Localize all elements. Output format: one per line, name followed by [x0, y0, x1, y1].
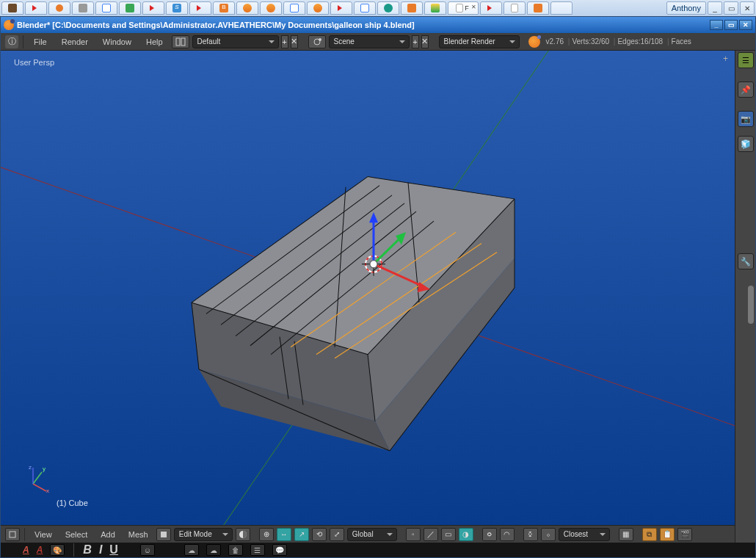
vp-menu-mesh[interactable]: Mesh: [123, 529, 153, 540]
screen-layout-dropdown[interactable]: Default: [192, 35, 279, 48]
os-minimize-button[interactable]: _: [708, 1, 722, 15]
os-tab[interactable]: [72, 1, 94, 15]
os-tab[interactable]: [142, 1, 164, 15]
italic-button[interactable]: I: [99, 543, 102, 557]
os-tab-active[interactable]: F ✕: [448, 1, 479, 15]
os-tab[interactable]: B: [213, 1, 235, 15]
emoji-icon[interactable]: ☺: [140, 544, 155, 556]
svg-text:y: y: [43, 465, 46, 472]
shading-icon[interactable]: [236, 528, 250, 541]
os-tab[interactable]: [1, 1, 23, 15]
format-a1[interactable]: A: [23, 545, 29, 555]
menu-render[interactable]: Render: [56, 36, 94, 48]
scene-browse-icon[interactable]: [308, 35, 326, 48]
screen-remove-button[interactable]: ✕: [291, 35, 298, 48]
trash-icon[interactable]: 🗑: [228, 544, 243, 556]
render-engine-dropdown[interactable]: Blender Render: [439, 35, 520, 48]
manipulator-toggle-icon[interactable]: ↔: [277, 528, 291, 541]
format-a2[interactable]: A: [37, 545, 43, 555]
prop-edit-icon[interactable]: ⭘: [482, 528, 497, 541]
os-username: Anthony: [666, 1, 706, 15]
os-maximize-button[interactable]: ▭: [724, 1, 738, 15]
close-icon[interactable]: ✕: [471, 4, 476, 10]
snap-element-icon[interactable]: ⬦: [541, 528, 556, 541]
rotate-manip-icon[interactable]: ⟲: [312, 528, 327, 541]
os-close-button[interactable]: ✕: [740, 1, 755, 15]
os-tab[interactable]: [95, 1, 117, 15]
win-minimize-button[interactable]: _: [710, 20, 723, 30]
select-vert-icon[interactable]: ▫: [406, 528, 421, 541]
scale-manip-icon[interactable]: ⤢: [330, 528, 344, 541]
orientation-dropdown[interactable]: Global: [347, 528, 397, 541]
os-tab[interactable]: [330, 1, 352, 15]
os-tab[interactable]: [377, 1, 399, 15]
os-tab[interactable]: [119, 1, 141, 15]
scene-add-button[interactable]: +: [412, 35, 419, 48]
menu-window[interactable]: Window: [97, 36, 137, 48]
cloud-dark-icon[interactable]: ☁: [206, 544, 221, 556]
os-tab[interactable]: [25, 1, 47, 15]
os-tab[interactable]: [480, 1, 502, 15]
3d-viewport[interactable]: User Persp: [1, 51, 735, 525]
win-maximize-button[interactable]: ▭: [724, 20, 738, 30]
translate-manip-icon[interactable]: ↗: [294, 528, 309, 541]
snap-magnet-icon[interactable]: ⧲: [523, 528, 538, 541]
bold-button[interactable]: B: [83, 543, 92, 557]
right-sidebar: ☰ 📌 📷 🧊 🔧: [735, 51, 755, 543]
clapper-icon[interactable]: 🎬: [677, 528, 692, 541]
pin-icon[interactable]: 📌: [738, 81, 754, 98]
snap-target-dropdown[interactable]: Closest: [559, 528, 610, 541]
os-tab[interactable]: S: [166, 1, 188, 15]
menu-help[interactable]: Help: [140, 36, 169, 48]
cloud-icon[interactable]: ☁: [184, 544, 199, 556]
sidebar-scrollbar[interactable]: [748, 286, 754, 324]
palette-icon[interactable]: 🎨: [50, 544, 65, 556]
scene-prop-icon[interactable]: 🧊: [738, 136, 754, 152]
os-tab[interactable]: [354, 1, 376, 15]
paste-icon[interactable]: 📋: [660, 528, 675, 541]
wrench-icon[interactable]: 🔧: [738, 253, 754, 269]
limit-selection-icon[interactable]: ◑: [459, 528, 473, 541]
render-preview-icon[interactable]: ▦: [619, 528, 633, 541]
copy-icon[interactable]: ⧉: [642, 528, 657, 541]
vp-menu-add[interactable]: Add: [95, 529, 120, 540]
svg-text:x: x: [46, 488, 49, 494]
win-close-button[interactable]: ✕: [739, 20, 752, 30]
os-tab[interactable]: [48, 1, 70, 15]
os-tab[interactable]: [283, 1, 305, 15]
mode-dropdown[interactable]: Edit Mode: [174, 528, 233, 541]
viewport-header: View Select Add Mesh Edit Mode ⊕ ↔ ↗ ⟲ ⤢: [1, 525, 735, 543]
select-face-icon[interactable]: ▭: [441, 528, 456, 541]
outliner-tab-icon[interactable]: ☰: [738, 52, 754, 68]
pivot-icon[interactable]: ⊕: [259, 528, 274, 541]
scene-dropdown[interactable]: Scene: [329, 35, 410, 48]
editor-type-icon[interactable]: ⓘ: [5, 35, 18, 48]
os-tab[interactable]: [504, 1, 526, 15]
list-icon[interactable]: ☰: [250, 544, 265, 556]
screen-add-button[interactable]: +: [281, 35, 288, 48]
os-tab[interactable]: [236, 1, 258, 15]
os-tab[interactable]: [307, 1, 329, 15]
os-tab[interactable]: [424, 1, 446, 15]
os-tab[interactable]: [527, 1, 549, 15]
os-tab[interactable]: [550, 1, 573, 15]
os-tab[interactable]: [401, 1, 423, 15]
underline-button[interactable]: U: [109, 543, 118, 557]
os-tab[interactable]: [189, 1, 211, 15]
blender-icon: [4, 20, 14, 30]
vp-menu-select[interactable]: Select: [60, 529, 93, 540]
svg-rect-0: [176, 38, 180, 46]
prop-type-icon[interactable]: ◠: [500, 528, 515, 541]
os-tab[interactable]: [260, 1, 282, 15]
mode-icon[interactable]: [156, 528, 171, 541]
render-prop-icon[interactable]: 📷: [738, 111, 754, 127]
editor-type-3d-icon[interactable]: [5, 528, 20, 541]
vp-menu-view[interactable]: View: [29, 529, 57, 540]
select-edge-icon[interactable]: ／: [424, 528, 438, 541]
menu-file[interactable]: File: [28, 36, 53, 48]
back-to-previous-icon[interactable]: [172, 35, 189, 48]
svg-text:z: z: [29, 464, 32, 471]
chat-icon[interactable]: 💬: [272, 544, 287, 556]
scene-remove-button[interactable]: ✕: [421, 35, 429, 48]
blender-version-icon: [528, 36, 540, 48]
